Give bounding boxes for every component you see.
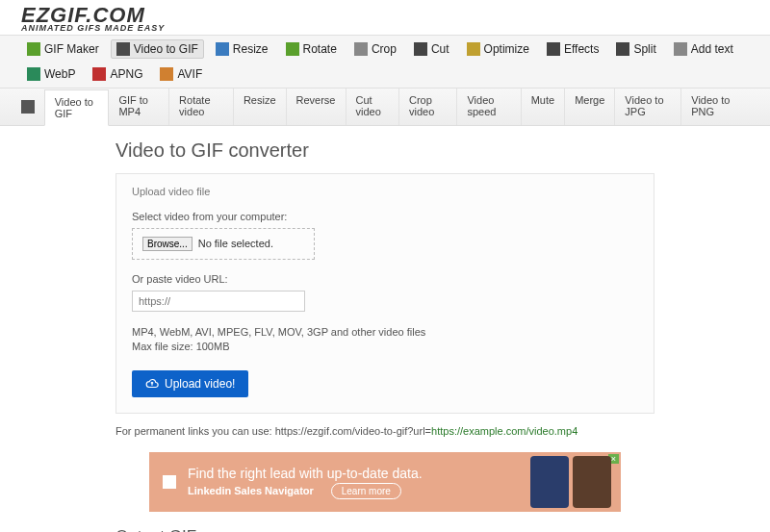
tab-mute[interactable]: Mute [522, 89, 565, 125]
tab-video-speed[interactable]: Video speed [457, 89, 521, 125]
nav-resize[interactable]: Resize [210, 39, 274, 59]
nav-label: Crop [372, 42, 397, 56]
tab-video-to-jpg[interactable]: Video to JPG [615, 89, 681, 125]
nav-add-text[interactable]: Add text [668, 39, 739, 59]
tab-rotate-video[interactable]: Rotate video [169, 89, 234, 125]
output-heading: Output GIF: [116, 527, 654, 532]
nav-label: Optimize [484, 42, 529, 56]
nav-label: Split [633, 42, 655, 56]
format-note: MP4, WebM, AVI, MPEG, FLV, MOV, 3GP and … [132, 325, 638, 355]
nav-label: Cut [431, 42, 449, 56]
no-file-text: No file selected. [198, 238, 273, 249]
nav-label: GIF Maker [44, 42, 99, 56]
webp-icon [27, 67, 40, 81]
ad-text: Find the right lead with up-to-date data… [188, 466, 423, 498]
nav-crop[interactable]: Crop [348, 39, 402, 59]
primary-nav: GIF MakerVideo to GIFResizeRotateCropCut… [0, 35, 770, 89]
nav-video-to-gif[interactable]: Video to GIF [111, 39, 204, 59]
resize-icon [216, 42, 229, 56]
nav-label: WebP [44, 67, 75, 81]
ad-banner[interactable]: × Find the right lead with up-to-date da… [149, 452, 621, 512]
tab-crop-video[interactable]: Crop video [399, 89, 457, 125]
nav-label: Rotate [303, 42, 337, 56]
url-input[interactable] [132, 291, 305, 312]
formats-line: MP4, WebM, AVI, MPEG, FLV, MOV, 3GP and … [132, 325, 638, 340]
gif-maker-icon [27, 42, 40, 56]
nav-apng[interactable]: APNG [87, 64, 148, 84]
nav-cut[interactable]: Cut [408, 39, 455, 59]
permalink-hint: For permanent links you can use: https:/… [116, 425, 654, 437]
effects-icon [547, 42, 560, 56]
nav-label: Add text [691, 42, 733, 56]
optimize-icon [467, 42, 480, 56]
nav-label: Effects [564, 42, 599, 56]
cloud-upload-icon [145, 377, 159, 391]
main-content: Video to GIF converter Upload video file… [106, 139, 664, 532]
select-file-label: Select video from your computer: [132, 211, 638, 222]
url-label: Or paste video URL: [132, 273, 638, 285]
maxsize-line: Max file size: 100MB [132, 340, 638, 354]
tab-video-to-gif-tab[interactable]: Video to GIF [44, 89, 110, 126]
upload-panel: Upload video file Select video from your… [116, 173, 654, 414]
tab-reverse[interactable]: Reverse [287, 89, 346, 125]
cut-icon [414, 42, 427, 56]
nav-label: AVIF [177, 67, 202, 81]
apng-icon [92, 67, 106, 81]
permalink-example[interactable]: https://example.com/video.mp4 [431, 425, 578, 437]
video-to-gif-icon [116, 42, 130, 56]
secondary-nav: Video to GIFGIF to MP4Rotate videoResize… [0, 89, 770, 126]
nav-webp[interactable]: WebP [21, 64, 81, 84]
nav-label: Video to GIF [134, 42, 198, 56]
upload-button-label: Upload video! [165, 377, 235, 391]
tab-cut-video[interactable]: Cut video [346, 89, 399, 125]
page-title: Video to GIF converter [116, 139, 654, 162]
upload-legend: Upload video file [132, 186, 210, 205]
avif-icon [160, 67, 173, 81]
nav-optimize[interactable]: Optimize [461, 39, 535, 59]
tab-resize-video[interactable]: Resize [234, 89, 287, 125]
file-picker[interactable]: Browse... No file selected. [132, 228, 315, 260]
rotate-icon [286, 42, 299, 56]
nav-label: APNG [110, 67, 142, 81]
nav-split[interactable]: Split [610, 39, 661, 59]
tab-video-to-png[interactable]: Video to PNG [681, 89, 749, 125]
header: EZGIF.COM ANIMATED GIFS MADE EASY [0, 0, 770, 35]
tab-merge[interactable]: Merge [565, 89, 615, 125]
nav-effects[interactable]: Effects [541, 39, 604, 59]
nav-gif-maker[interactable]: GIF Maker [21, 39, 105, 59]
film-icon [21, 100, 35, 114]
tab-gif-to-mp4[interactable]: GIF to MP4 [109, 89, 169, 125]
add-text-icon [674, 42, 687, 56]
crop-icon [354, 42, 368, 56]
upload-button[interactable]: Upload video! [132, 370, 248, 397]
ad-illustration [530, 456, 611, 508]
nav-label: Resize [233, 42, 269, 56]
nav-rotate[interactable]: Rotate [280, 39, 343, 59]
ad-cta-button[interactable]: Learn more [331, 483, 401, 499]
split-icon [616, 42, 629, 56]
browse-button[interactable]: Browse... [142, 237, 192, 251]
logo-tagline: ANIMATED GIFS MADE EASY [21, 23, 749, 33]
nav-avif[interactable]: AVIF [154, 64, 208, 84]
ad-icon [163, 475, 176, 489]
